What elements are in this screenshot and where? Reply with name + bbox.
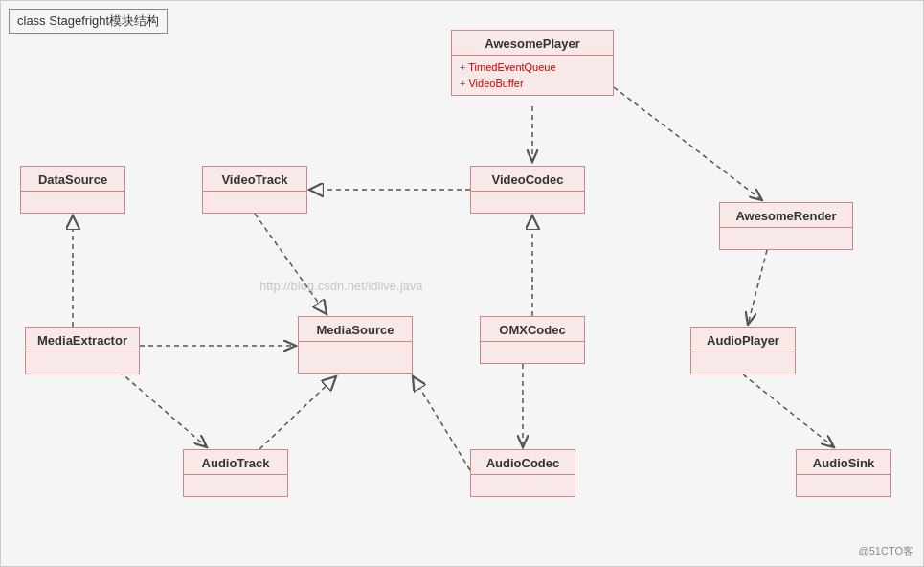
audiocodec-title: AudioCodec: [471, 450, 575, 475]
datasource-title: DataSource: [21, 167, 124, 192]
videotrack-title: VideoTrack: [203, 167, 306, 192]
awesomeplayer-body: TimedEventQueue VideoBuffer: [452, 56, 613, 95]
audioplayer-body: [691, 352, 795, 372]
awesomeplayer-title: AwesomePlayer: [452, 31, 613, 56]
mediaextractor-title: MediaExtractor: [26, 328, 139, 352]
mediaextractor-box: MediaExtractor: [25, 327, 140, 374]
audiocodec-box: AudioCodec: [470, 449, 575, 497]
omxcodec-box: OMXCodec: [480, 316, 585, 364]
audiosink-box: AudioSink: [796, 449, 891, 497]
awesomeplayer-attr2: VideoBuffer: [460, 76, 605, 92]
awesomeplayer-box: AwesomePlayer TimedEventQueue VideoBuffe…: [451, 30, 614, 96]
mediasource-body: [299, 342, 412, 371]
diagram-container: class Stagefright模块结构: [0, 0, 924, 567]
datasource-box: DataSource: [20, 166, 125, 214]
copyright: @51CTO客: [859, 544, 913, 558]
audiotrack-title: AudioTrack: [184, 450, 287, 475]
mediaextractor-body: [26, 352, 139, 372]
audiocodec-body: [471, 475, 575, 494]
awesomerender-title: AwesomeRender: [720, 203, 852, 228]
svg-line-6: [259, 376, 336, 449]
videotrack-body: [203, 192, 306, 211]
svg-line-13: [748, 250, 767, 325]
datasource-body: [21, 192, 124, 211]
title-bar: class Stagefright模块结构: [9, 9, 168, 34]
svg-line-2: [614, 87, 762, 200]
mediasource-title: MediaSource: [299, 317, 412, 342]
videocodec-box: VideoCodec: [470, 166, 585, 214]
audioplayer-title: AudioPlayer: [691, 328, 795, 352]
watermark: http://blog.csdn.net/ldlive.java: [259, 279, 423, 293]
audiotrack-box: AudioTrack: [183, 449, 288, 497]
svg-line-12: [743, 374, 834, 447]
awesomeplayer-attr1: TimedEventQueue: [460, 59, 605, 76]
mediasource-box: MediaSource: [298, 316, 413, 374]
svg-line-11: [413, 376, 470, 470]
videotrack-box: VideoTrack: [202, 166, 307, 214]
audiosink-body: [797, 475, 890, 494]
audiotrack-body: [184, 475, 287, 494]
videocodec-title: VideoCodec: [471, 167, 584, 192]
omxcodec-body: [481, 342, 584, 361]
audiosink-title: AudioSink: [797, 450, 890, 475]
videocodec-body: [471, 192, 584, 211]
awesomerender-box: AwesomeRender: [719, 202, 853, 250]
svg-line-5: [255, 214, 327, 314]
audioplayer-box: AudioPlayer: [690, 327, 796, 374]
awesomerender-body: [720, 228, 852, 247]
omxcodec-title: OMXCodec: [481, 317, 584, 342]
